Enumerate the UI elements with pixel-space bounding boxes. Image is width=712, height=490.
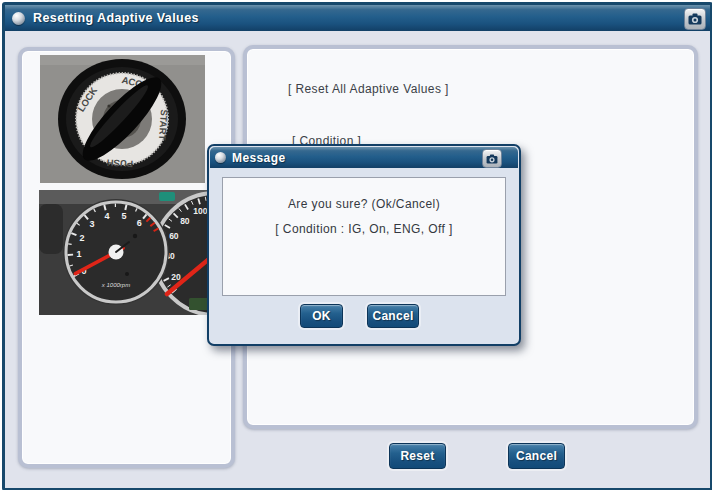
dialog-camera-button[interactable] — [482, 149, 502, 168]
main-heading: [ Reset All Adaptive Values ] — [288, 82, 449, 96]
app-sphere-icon — [12, 12, 25, 25]
footer-cancel-button[interactable]: Cancel — [508, 443, 565, 469]
odometer-lcd — [189, 298, 207, 310]
svg-text:80: 80 — [180, 216, 190, 226]
dialog-message-area: Are you sure? (Ok/Cancel) [ Condition : … — [222, 177, 506, 296]
tachometer-gauge: 0123456 x 1000rpm — [63, 199, 169, 305]
instrument-cluster-photo: 20406080100 0123456 x 1000rpm — [39, 190, 207, 315]
dialog-sphere-icon — [215, 152, 226, 163]
svg-text:6: 6 — [137, 218, 142, 228]
dialog-cancel-button[interactable]: Cancel — [367, 304, 419, 328]
window-title: Resetting Adaptive Values — [33, 11, 199, 25]
camera-icon — [486, 154, 498, 164]
dialog-question-text: Are you sure? (Ok/Cancel) — [223, 197, 505, 211]
reset-button[interactable]: Reset — [389, 443, 446, 469]
dialog-ok-button[interactable]: OK — [300, 304, 343, 328]
turn-indicator-lamp — [159, 192, 175, 201]
cluster-illustration: 20406080100 0123456 x 1000rpm — [39, 190, 207, 315]
svg-text:PUSH: PUSH — [106, 157, 133, 169]
ignition-key-photo: LOCKACCSTARTPUSH — [40, 55, 205, 183]
svg-text:5: 5 — [122, 211, 127, 221]
dialog-condition-text: [ Condition : IG, On, ENG, Off ] — [223, 222, 505, 236]
svg-text:4: 4 — [105, 211, 110, 221]
message-dialog: Message Are you sure? (Ok/Cancel) [ Cond… — [207, 144, 521, 346]
window-titlebar: Resetting Adaptive Values — [5, 5, 710, 31]
svg-text:1: 1 — [77, 249, 82, 259]
svg-text:100: 100 — [193, 206, 207, 216]
dialog-titlebar: Message — [210, 147, 518, 168]
svg-text:20: 20 — [171, 272, 181, 282]
screenshot-camera-button[interactable] — [684, 8, 706, 30]
svg-text:START: START — [157, 109, 170, 141]
svg-text:2: 2 — [79, 233, 84, 243]
app-window: Resetting Adaptive Values LOCKACCSTARTPU… — [2, 2, 712, 490]
svg-text:3: 3 — [89, 219, 94, 229]
svg-text:60: 60 — [169, 231, 179, 241]
ignition-key-illustration: LOCKACCSTARTPUSH — [40, 55, 205, 183]
camera-icon — [688, 13, 702, 25]
tachometer-unit-label: x 1000rpm — [101, 282, 130, 288]
dialog-title: Message — [232, 151, 286, 165]
